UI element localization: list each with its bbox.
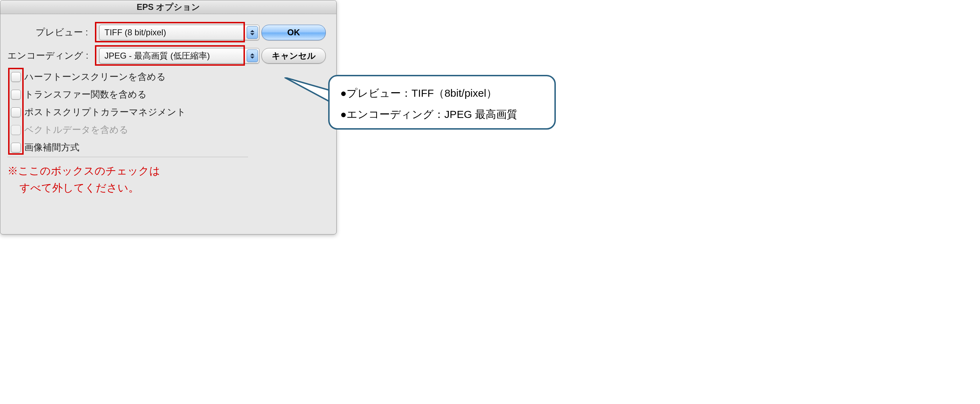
callout-bubble: ●プレビュー：TIFF（8bit/pixel） ●エンコーディング：JPEG 最… xyxy=(328,75,556,129)
note-uncheck-all: ※ここのボックスのチェックは すべて外してください。 xyxy=(7,163,160,196)
checkbox-vector-data-label: ベクトルデータを含める xyxy=(24,124,129,136)
highlight-box-preview xyxy=(95,22,245,42)
preview-label: プレビュー : xyxy=(36,26,88,38)
cancel-button[interactable]: キャンセル xyxy=(261,48,326,64)
checkbox-halftone-label: ハーフトーンスクリーンを含める xyxy=(24,70,166,83)
dialog-body: プレビュー : TIFF (8 bit/pixel) エンコーディング : JP… xyxy=(0,14,336,235)
checkbox-image-interp-label: 画像補間方式 xyxy=(24,141,80,153)
note-line2: すべて外してください。 xyxy=(7,179,160,196)
divider-line xyxy=(7,157,248,157)
callout-line1: ●プレビュー：TIFF（8bit/pixel） xyxy=(340,83,544,104)
note-line1: ※ここのボックスのチェックは xyxy=(7,163,160,179)
dialog-title: EPS オプション xyxy=(0,0,336,14)
cancel-button-label: キャンセル xyxy=(272,50,316,61)
stepper-icon xyxy=(247,50,258,62)
checkbox-postscript-color-mgmt-label: ポストスクリプトカラーマネジメント xyxy=(24,106,186,118)
callout-line2: ●エンコーディング：JPEG 最高画質 xyxy=(340,104,544,125)
checkbox-transfer-label: トランスファー関数を含める xyxy=(24,88,147,101)
highlight-box-checkboxes xyxy=(8,68,24,155)
stepper-icon xyxy=(247,26,258,39)
svg-marker-0 xyxy=(285,77,334,104)
highlight-box-encoding xyxy=(95,45,245,66)
ok-button-label: OK xyxy=(287,27,300,37)
encoding-label: エンコーディング : xyxy=(7,50,88,62)
ok-button[interactable]: OK xyxy=(261,25,326,40)
